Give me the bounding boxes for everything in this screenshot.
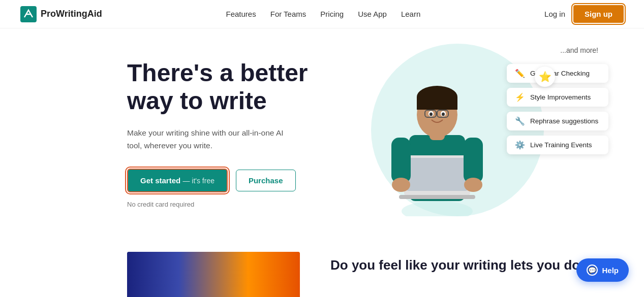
svg-rect-15 [407,158,468,191]
nav-features[interactable]: Features [226,10,256,18]
rephrase-label: Rephrase suggestions [530,117,598,125]
svg-rect-18 [464,138,483,183]
person-svg [376,54,498,216]
svg-point-9 [430,113,433,116]
svg-rect-6 [417,97,457,110]
login-link[interactable]: Log in [544,10,565,18]
nav-links: Features For Teams Pricing Use App Learn [226,10,421,19]
image-overlay [127,252,300,297]
hero-title: There's a better way to write [127,59,341,115]
and-more-label: ...and more! [560,46,598,54]
chat-icon: 💬 [587,265,598,276]
style-icon: ⚡ [515,92,525,102]
logo-text: ProWritingAid [41,9,102,19]
help-button[interactable]: 💬 Help [576,258,629,282]
hero-section: There's a better way to write Make your … [0,28,644,252]
bottom-text-area: Do you feel like your writing lets you d… [330,252,606,274]
svg-rect-17 [391,138,411,183]
logo-icon [20,6,37,22]
bottom-section: Do you feel like your writing lets you d… [0,252,644,297]
style-label: Style Improvements [530,93,591,101]
feature-card-style: ⚡ Style Improvements [507,88,608,107]
svg-point-20 [464,178,482,192]
feature-cards-container: ✏️ Grammar Checking ⚡ Style Improvements… [507,64,608,154]
bottom-image [127,252,300,297]
svg-point-19 [392,178,410,192]
svg-point-10 [442,113,445,116]
logo-link[interactable]: ProWritingAid [20,6,102,22]
rephrase-icon: 🔧 [515,116,525,126]
nav-learn[interactable]: Learn [401,10,420,18]
purchase-button[interactable]: Purchase [236,170,296,191]
training-label: Live Training Events [530,141,592,149]
signup-button[interactable]: Sign up [573,5,624,23]
nav-actions: Log in Sign up [544,5,624,23]
nav-pricing[interactable]: Pricing [320,10,344,18]
hero-subtitle: Make your writing shine with our all-in-… [127,127,290,152]
feature-card-rephrase: 🔧 Rephrase suggestions [507,112,608,130]
get-started-label: Get started [140,176,180,185]
hero-illustration: ⭐ ...and more! ✏️ Grammar Checking ⚡ Sty… [341,49,624,242]
nav-use-app[interactable]: Use App [358,10,387,18]
training-icon: ⚙️ [515,140,525,150]
hero-buttons: Get started — it's free Purchase [127,169,341,192]
get-started-button[interactable]: Get started — it's free [127,169,228,192]
nav-for-teams[interactable]: For Teams [270,10,306,18]
no-credit-text: No credit card required [127,201,341,208]
navbar: ProWritingAid Features For Teams Pricing… [0,0,644,28]
help-label: Help [602,266,619,275]
svg-point-1 [402,201,473,216]
person-illustration [371,44,503,216]
star-badge: ⭐ [535,67,555,87]
feature-card-training: ⚙️ Live Training Events [507,136,608,154]
hero-content: There's a better way to write Make your … [127,49,341,208]
free-label: — it's free [182,177,214,185]
svg-rect-16 [399,195,475,199]
grammar-icon: ✏️ [515,69,525,78]
bottom-title: Do you feel like your writing lets you d… [330,257,606,274]
feature-card-grammar: ✏️ Grammar Checking [507,64,608,83]
